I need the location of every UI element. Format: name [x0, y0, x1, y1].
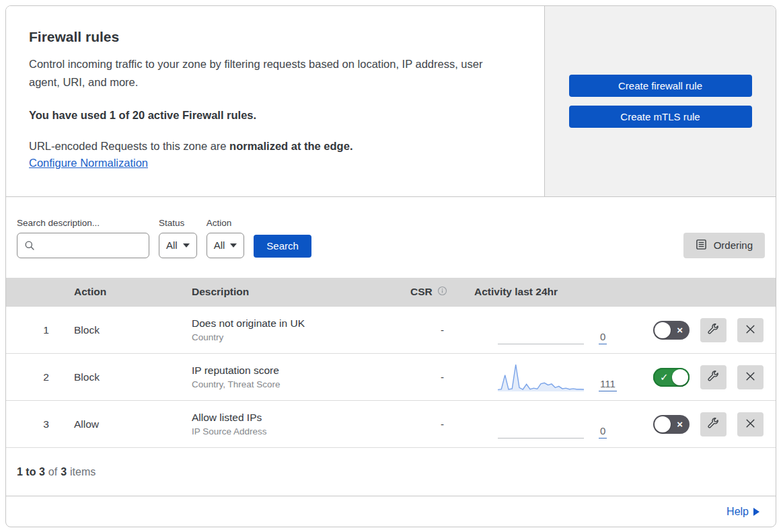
filter-bar: Search description... Status All Action: [6, 197, 776, 278]
status-group: Status All: [159, 218, 197, 258]
close-icon: [745, 324, 756, 337]
info-icon[interactable]: [437, 286, 447, 299]
intro-panel: Firewall rules Control incoming traffic …: [6, 6, 545, 196]
normalization-note-bold: normalized at the edge.: [229, 140, 352, 152]
rule-enabled-toggle[interactable]: ×: [653, 415, 690, 434]
rule-activity-cell: 111: [474, 354, 653, 400]
create-mtls-rule-button[interactable]: Create mTLS rule: [569, 106, 752, 128]
rule-fields: IP Source Address: [192, 426, 410, 436]
csr-column-label: CSR: [410, 286, 433, 298]
usage-summary: You have used 1 of 20 active Firewall ru…: [29, 109, 504, 122]
activity-column-header: Activity last 24hr: [474, 286, 653, 298]
search-icon: [24, 240, 35, 254]
delete-rule-button[interactable]: [737, 318, 764, 342]
status-label: Status: [159, 218, 197, 228]
rule-controls: ×: [653, 318, 776, 342]
search-button[interactable]: Search: [254, 235, 311, 258]
delete-rule-button[interactable]: [737, 365, 764, 389]
toggle-state-icon: ×: [677, 419, 683, 429]
normalization-note-text: URL-encoded Requests to this zone are: [29, 140, 229, 152]
edit-rule-button[interactable]: [700, 365, 727, 389]
rule-enabled-toggle[interactable]: ×: [653, 321, 690, 340]
wrench-icon: [707, 323, 720, 338]
rule-priority: 3: [6, 418, 74, 430]
help-row: Help: [6, 496, 776, 527]
page-title: Firewall rules: [29, 29, 504, 45]
toggle-knob: [655, 416, 671, 432]
rule-action: Block: [74, 371, 192, 383]
pagination-summary: 1 to 3 of 3 items: [6, 448, 776, 496]
wrench-icon: [707, 417, 720, 432]
close-icon: [745, 418, 756, 431]
edit-rule-button[interactable]: [700, 412, 727, 436]
rule-description: IP reputation score: [192, 365, 410, 377]
rule-fields: Country, Threat Score: [192, 379, 410, 389]
activity-sparkline: [498, 438, 584, 439]
normalization-note: URL-encoded Requests to this zone are no…: [29, 140, 504, 153]
table-header: Action Description CSR Activity last 24h…: [6, 278, 776, 307]
of-word: of: [48, 466, 57, 478]
create-firewall-rule-button[interactable]: Create firewall rule: [569, 75, 752, 97]
action-select[interactable]: All: [207, 233, 245, 258]
rule-description-cell: IP reputation score Country, Threat Scor…: [192, 365, 410, 389]
rule-controls: ✓: [653, 365, 776, 389]
items-total: 3: [61, 466, 67, 478]
toggle-knob: [672, 369, 688, 385]
chevron-down-icon: [230, 243, 237, 248]
search-group: Search description...: [17, 218, 149, 258]
toggle-state-icon: ×: [677, 325, 683, 335]
ordering-button[interactable]: Ordering: [683, 233, 765, 258]
activity-count-link[interactable]: 0: [599, 332, 607, 345]
action-group: Action All: [207, 218, 245, 258]
rule-controls: ×: [653, 412, 776, 436]
rule-action: Allow: [74, 418, 192, 430]
items-range: 1 to 3: [17, 466, 45, 478]
toggle-state-icon: ✓: [660, 372, 669, 382]
rule-activity-cell: 0: [474, 307, 653, 353]
rule-csr-value: -: [410, 371, 474, 383]
configure-normalization-link[interactable]: Configure Normalization: [29, 157, 148, 169]
rule-csr-value: -: [410, 324, 474, 336]
rule-enabled-toggle[interactable]: ✓: [653, 368, 690, 387]
search-field-wrap: [17, 233, 149, 258]
help-link[interactable]: Help: [727, 506, 749, 518]
action-select-value: All: [214, 239, 225, 251]
rule-description-cell: Allow listed IPs IP Source Address: [192, 412, 410, 436]
csr-column-header: CSR: [410, 286, 474, 299]
action-label: Action: [207, 218, 245, 228]
rule-description: Allow listed IPs: [192, 412, 410, 424]
table-row: 1 Block Does not originate in UK Country…: [6, 307, 776, 354]
status-select[interactable]: All: [159, 233, 197, 258]
rule-priority: 2: [6, 371, 74, 383]
rule-csr-value: -: [410, 418, 474, 430]
chevron-down-icon: [183, 243, 190, 248]
items-word: items: [70, 466, 96, 478]
arrow-right-icon: [753, 508, 759, 516]
search-input[interactable]: [17, 233, 149, 258]
activity-count-link[interactable]: 111: [599, 379, 617, 392]
list-icon: [696, 239, 707, 252]
activity-sparkline: [498, 344, 584, 344]
table-row: 3 Allow Allow listed IPs IP Source Addre…: [6, 401, 776, 448]
rule-description: Does not originate in UK: [192, 317, 410, 330]
status-select-value: All: [166, 239, 178, 251]
rule-action: Block: [74, 324, 192, 336]
page-description: Control incoming traffic to your zone by…: [29, 55, 504, 91]
delete-rule-button[interactable]: [737, 412, 764, 436]
action-column-header: Action: [74, 286, 192, 298]
search-label: Search description...: [17, 218, 149, 228]
toggle-knob: [655, 322, 671, 338]
rule-fields: Country: [192, 332, 410, 342]
wrench-icon: [707, 370, 720, 385]
firewall-rules-page: Firewall rules Control incoming traffic …: [0, 0, 781, 532]
top-banner: Firewall rules Control incoming traffic …: [6, 6, 776, 197]
rule-activity-cell: 0: [474, 401, 653, 447]
ordering-button-label: Ordering: [714, 239, 753, 251]
actions-panel: Create firewall rule Create mTLS rule: [545, 6, 776, 196]
activity-count-link[interactable]: 0: [599, 426, 607, 439]
activity-sparkline: [498, 363, 584, 391]
firewall-rules-card: Firewall rules Control incoming traffic …: [5, 5, 776, 527]
rule-priority: 1: [6, 324, 74, 336]
edit-rule-button[interactable]: [700, 318, 727, 342]
close-icon: [745, 371, 756, 384]
